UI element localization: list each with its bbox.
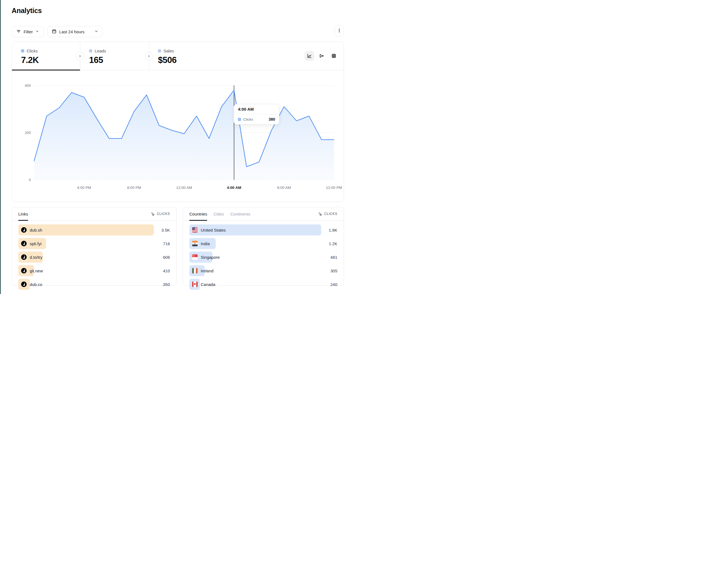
us-flag-icon xyxy=(192,227,198,233)
link-clicks-value: 3.5K xyxy=(161,224,170,235)
date-range-label: Last 24 hours xyxy=(59,29,84,34)
svg-text:12:00 AM: 12:00 AM xyxy=(176,185,192,190)
links-list: dub.sh 3.5K spti.fyi 716 d.to/try 606 xyxy=(12,221,176,290)
tooltip-time: 4:00 AM xyxy=(234,104,279,114)
leads-legend-square-icon xyxy=(89,49,92,52)
chevron-down-icon xyxy=(35,29,39,34)
country-clicks-value: 481 xyxy=(330,252,337,263)
analytics-chart-card: Clicks 7.2K Leads 165 xyxy=(12,42,344,202)
tab-cities[interactable]: Cities xyxy=(214,207,224,221)
link-label: dub.sh xyxy=(30,228,42,232)
countries-panel: Countries Cities Continents CLICKS Unite… xyxy=(183,207,344,286)
tooltip-series-label: Clicks xyxy=(243,117,266,121)
analytics-page: Analytics Filter Last 24 hours xyxy=(0,0,356,294)
country-clicks-value: 240 xyxy=(330,279,337,290)
link-row[interactable]: d.to/try 606 xyxy=(18,252,170,263)
dub-logo-icon xyxy=(21,254,27,260)
expand-clicks-button[interactable] xyxy=(76,52,84,60)
svg-text:0: 0 xyxy=(29,178,31,182)
clicks-legend-square-icon xyxy=(238,118,241,121)
country-clicks-value: 1.2K xyxy=(329,238,337,249)
metric-tab-label: Clicks xyxy=(27,48,38,53)
clicks-area-chart[interactable]: 02004004:00 PM8:00 PM12:00 AM4:00 AM8:00… xyxy=(12,70,344,202)
more-options-button[interactable] xyxy=(335,25,344,36)
tooltip-value: 380 xyxy=(269,117,275,121)
metric-tabs: Clicks 7.2K Leads 165 xyxy=(12,42,344,70)
filter-lines-icon xyxy=(16,29,21,35)
link-row[interactable]: git.new 410 xyxy=(18,265,170,276)
cursor-click-icon xyxy=(318,212,322,216)
clicks-legend-square-icon xyxy=(21,49,24,52)
tab-links[interactable]: Links xyxy=(18,207,28,221)
country-row[interactable]: Ireland 305 xyxy=(189,265,337,276)
canada-flag-icon xyxy=(192,281,198,287)
link-row[interactable]: spti.fyi 716 xyxy=(18,238,170,249)
metric-tab-clicks[interactable]: Clicks 7.2K xyxy=(12,42,80,70)
page-title: Analytics xyxy=(12,7,42,15)
link-clicks-value: 410 xyxy=(163,265,170,276)
dub-logo-icon xyxy=(21,268,27,273)
link-label: dub.co xyxy=(30,282,42,287)
toolbar: Filter Last 24 hours xyxy=(12,26,103,37)
dub-logo-icon xyxy=(21,227,27,233)
countries-metric-header[interactable]: CLICKS xyxy=(318,212,337,216)
links-metric-label: CLICKS xyxy=(157,212,170,216)
calendar-icon xyxy=(52,29,57,35)
links-metric-header[interactable]: CLICKS xyxy=(151,212,170,216)
svg-text:12:00 PM: 12:00 PM xyxy=(326,185,342,190)
link-clicks-value: 606 xyxy=(163,252,170,263)
link-row[interactable]: dub.sh 3.5K xyxy=(18,224,170,235)
tab-continents[interactable]: Continents xyxy=(231,207,251,221)
chevron-right-icon xyxy=(78,54,82,58)
country-row[interactable]: Singapore 481 xyxy=(189,252,337,263)
table-view-button[interactable] xyxy=(329,51,339,61)
country-label: Ireland xyxy=(201,269,214,273)
countries-list: United States 1.8K India 1.2K Singapore … xyxy=(183,221,344,290)
india-flag-icon xyxy=(192,241,198,246)
country-label: United States xyxy=(201,228,226,232)
dots-vertical-icon xyxy=(337,28,342,34)
svg-text:400: 400 xyxy=(25,84,31,88)
metric-tab-label: Leads xyxy=(95,48,106,53)
chevron-right-icon xyxy=(147,54,151,58)
svg-text:8:00 AM: 8:00 AM xyxy=(277,185,291,190)
link-row[interactable]: dub.co 350 xyxy=(18,279,170,290)
svg-text:200: 200 xyxy=(25,131,31,135)
chart-type-toggle xyxy=(305,51,339,61)
cursor-click-icon xyxy=(151,212,155,216)
chart-tooltip: 4:00 AM Clicks 380 xyxy=(234,104,279,125)
country-row[interactable]: India 1.2K xyxy=(189,238,337,249)
metric-tab-sales[interactable]: Sales $506 xyxy=(149,42,218,70)
line-chart-view-button[interactable] xyxy=(305,51,314,61)
svg-text:8:00 PM: 8:00 PM xyxy=(127,185,141,190)
country-row[interactable]: Canada 240 xyxy=(189,279,337,290)
metric-tab-value: $506 xyxy=(158,55,218,65)
metric-tab-value: 7.2K xyxy=(21,55,80,65)
expand-leads-button[interactable] xyxy=(145,52,153,60)
line-chart-icon xyxy=(307,53,312,59)
link-label: spti.fyi xyxy=(30,241,42,246)
tab-countries[interactable]: Countries xyxy=(189,207,207,221)
svg-text:4:00 AM: 4:00 AM xyxy=(227,185,241,190)
area-chart-canvas: 02004004:00 PM8:00 PM12:00 AM4:00 AM8:00… xyxy=(12,70,344,202)
funnel-chart-icon xyxy=(319,53,324,59)
dub-logo-icon xyxy=(21,281,27,287)
country-label: Singapore xyxy=(201,255,220,259)
grid-table-icon xyxy=(331,53,337,59)
funnel-chart-view-button[interactable] xyxy=(317,51,326,61)
date-range-button[interactable]: Last 24 hours xyxy=(47,26,103,37)
countries-metric-label: CLICKS xyxy=(324,212,337,216)
country-label: Canada xyxy=(201,282,215,287)
links-panel: Links CLICKS dub.sh 3.5K xyxy=(12,207,177,286)
ireland-flag-icon xyxy=(192,268,198,273)
metric-tab-leads[interactable]: Leads 165 xyxy=(80,42,149,70)
metric-tab-value: 165 xyxy=(89,55,149,65)
link-clicks-value: 350 xyxy=(163,279,170,290)
country-clicks-value: 1.8K xyxy=(329,224,337,235)
link-clicks-value: 716 xyxy=(163,238,170,249)
dub-logo-icon xyxy=(21,241,27,246)
link-label: git.new xyxy=(30,269,43,273)
metric-tab-label: Sales xyxy=(164,48,174,53)
country-row[interactable]: United States 1.8K xyxy=(189,224,337,235)
filter-button[interactable]: Filter xyxy=(12,26,44,37)
